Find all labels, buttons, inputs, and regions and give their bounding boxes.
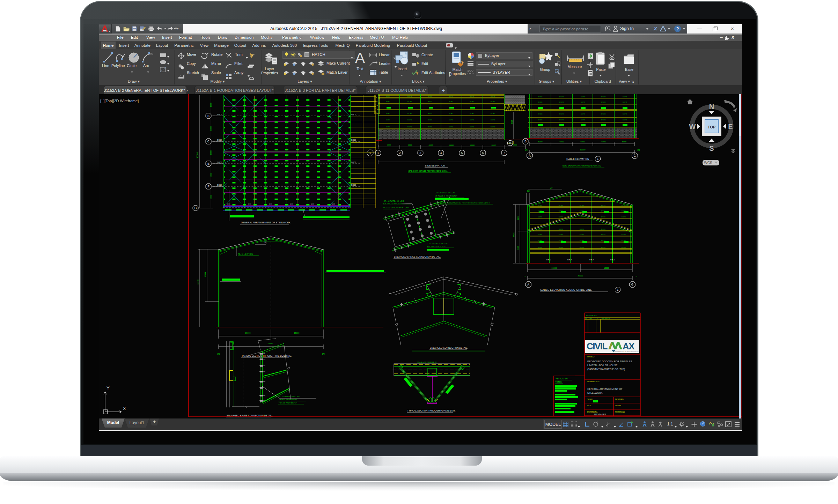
svg-text:SCALE: SCALE: [587, 399, 593, 400]
svg-text:B/CR3: B/CR3: [559, 101, 564, 103]
svg-text:B/CR1: B/CR1: [449, 95, 453, 97]
svg-text:B/CR1: B/CR1: [386, 119, 390, 121]
svg-text:B/CR1: B/CR1: [386, 113, 390, 114]
svg-text:4 HOLES 22-DIA Ø 70 c/c: 4 HOLES 22-DIA Ø 70 c/c: [383, 203, 402, 205]
svg-text:B/CR1: B/CR1: [449, 113, 453, 114]
svg-text:(TANGANYIKA WATTLE CO. TLD): (TANGANYIKA WATTLE CO. TLD): [587, 368, 625, 371]
svg-text:B/CR1: B/CR1: [449, 119, 453, 121]
svg-text:2: 2: [399, 151, 400, 155]
svg-text:B/CR3: B/CR3: [601, 113, 606, 115]
svg-text:B/CR1: B/CR1: [449, 126, 453, 128]
svg-text:B/CR3: B/CR3: [601, 119, 606, 121]
svg-text:DRAWING No.: DRAWING No.: [587, 411, 598, 413]
svg-text:B/CR3: B/CR3: [601, 234, 606, 236]
svg-text:B/CR3: B/CR3: [538, 228, 542, 230]
svg-text:B/C3: B/C3: [227, 203, 230, 205]
svg-text:30000: 30000: [580, 149, 585, 151]
svg-text:1: 1: [369, 151, 371, 155]
svg-text:8600: 8600: [517, 246, 519, 250]
svg-text:557 x 12 PLATE x 700 LONG: 557 x 12 PLATE x 700 LONG: [279, 396, 300, 398]
svg-text:B/CR1: B/CR1: [407, 126, 412, 128]
svg-text:75 x 50 x 6 CT NOW.: 75 x 50 x 6 CT NOW.: [238, 253, 253, 255]
svg-text:15000: 15000: [604, 267, 609, 269]
svg-text:G: G: [194, 206, 197, 210]
svg-text:REVISIONS: REVISIONS: [586, 314, 597, 317]
svg-text:170: 170: [634, 276, 637, 277]
svg-text:B/BC4: B/BC4: [567, 259, 572, 261]
svg-text:270 x 8 PLATE x 530 LONG: 270 x 8 PLATE x 530 LONG: [435, 192, 456, 194]
svg-text:ENGINEER'S KNOWLEDGE BASE: ENGINEER'S KNOWLEDGE BASE: [613, 351, 639, 353]
svg-text:B/C3: B/C3: [290, 203, 293, 205]
svg-text:15000: 15000: [294, 332, 299, 334]
svg-text:(ONE WELDED ON BEAM MARK 1 & T: (ONE WELDED ON BEAM MARK 1 & THE OTHER B…: [435, 202, 490, 204]
svg-text:B/CR3: B/CR3: [580, 228, 584, 230]
svg-text:B/CR1: B/CR1: [491, 119, 495, 121]
svg-text:170: 170: [322, 353, 325, 355]
svg-text:6000: 6000: [559, 141, 564, 143]
svg-text:PROJECT: PROJECT: [587, 356, 595, 358]
svg-text:GENERAL ARRANGEMENT OF STEE: GENERAL ARRANGEMENT OF STEELWORK.: [241, 221, 291, 224]
svg-text:36000: 36000: [438, 158, 443, 161]
svg-text:LIMITED - BOILER HOUSE: LIMITED - BOILER HOUSE: [587, 364, 618, 366]
svg-text:CIVIL: CIVIL: [587, 341, 608, 351]
svg-text:B/CR3: B/CR3: [622, 246, 626, 248]
svg-text:B/BC2: B/BC2: [351, 114, 356, 116]
svg-text:30000: 30000: [578, 275, 583, 277]
svg-text:B/CR3: B/CR3: [538, 119, 543, 121]
svg-text:B/CR3: B/CR3: [601, 205, 606, 206]
svg-text:15000: 15000: [245, 332, 250, 334]
svg-text:TOP: TOP: [708, 125, 715, 129]
svg-text:50 x 46 x 16 ZED PURLIN: 50 x 46 x 16 ZED PURLIN: [417, 362, 437, 363]
svg-text:4-BOLTS 22-DIA Ø 70 c/c: 4-BOLTS 22-DIA Ø 70 c/c: [427, 246, 446, 247]
svg-text:[−][Top][2D Wireframe]: [−][Top][2D Wireframe]: [100, 99, 139, 103]
svg-text:B/CR1: B/CR1: [470, 113, 474, 114]
svg-text:B/CR3: B/CR3: [559, 210, 563, 212]
svg-text:B/CR3: B/CR3: [622, 210, 626, 212]
svg-text:6000: 6000: [428, 144, 433, 146]
svg-text:B/CR3: B/CR3: [622, 240, 626, 242]
svg-text:B/BC2: B/BC2: [351, 139, 356, 141]
svg-text:B/CR3: B/CR3: [623, 96, 627, 98]
svg-text:WELDED ON BEAM MARK 1 ONLY.: WELDED ON BEAM MARK 1 ONLY.: [383, 207, 410, 209]
svg-text:127 x 10 PLATE x 600 LONG: 127 x 10 PLATE x 600 LONG: [427, 243, 448, 245]
svg-text:ENLARGED CONNECTION DETAIL.: ENLARGED CONNECTION DETAIL.: [430, 347, 468, 349]
svg-text:W: W: [689, 123, 696, 131]
svg-text:7: 7: [503, 151, 505, 155]
svg-text:6000: 6000: [449, 144, 454, 146]
svg-text:B/CR1: B/CR1: [470, 119, 474, 121]
svg-text:B/CR3: B/CR3: [559, 205, 563, 206]
svg-text:B/CR1: B/CR1: [407, 119, 412, 121]
svg-text:B/CR3: B/CR3: [538, 101, 543, 103]
svg-text:E: E: [728, 123, 733, 131]
svg-text:G: G: [633, 154, 636, 157]
svg-text:B/CR3: B/CR3: [601, 210, 606, 212]
svg-text:F: F: [207, 185, 210, 188]
svg-text:B/CR3: B/CR3: [601, 216, 606, 218]
svg-text:B/CR1: B/CR1: [407, 113, 412, 114]
svg-text:B/CR3: B/CR3: [581, 113, 585, 115]
svg-text:DESCRIPTION: DESCRIPTION: [602, 318, 610, 319]
svg-text:B/CR3: B/CR3: [538, 205, 542, 206]
svg-text:B/CR1: B/CR1: [470, 95, 474, 97]
svg-text:B/CR3: B/CR3: [580, 210, 584, 212]
svg-text:B/CR1: B/CR1: [491, 101, 495, 102]
svg-text:GENERAL ARRANGEMENT OF: GENERAL ARRANGEMENT OF: [587, 388, 623, 390]
svg-text:B/CR3: B/CR3: [538, 113, 543, 115]
svg-text:6000: 6000: [580, 141, 585, 143]
svg-text:A: A: [529, 154, 531, 157]
svg-text:B/CR1: B/CR1: [470, 126, 474, 128]
svg-text:ENLARGED SPLICE CONNECTION D: ENLARGED SPLICE CONNECTION DETAIL.: [394, 255, 441, 258]
svg-text:E: E: [207, 162, 210, 165]
svg-text:B/CR3: B/CR3: [622, 205, 626, 206]
svg-text:B/CR1: B/CR1: [428, 126, 433, 128]
svg-text:DATE: DATE: [587, 405, 591, 407]
svg-text:B/CR3: B/CR3: [580, 205, 584, 206]
svg-text:BY: BY: [597, 318, 598, 319]
svg-text:B/CR3: B/CR3: [601, 240, 606, 242]
svg-text:B/CR3: B/CR3: [623, 101, 627, 103]
svg-text:B/CR3: B/CR3: [601, 246, 606, 248]
svg-text:B/CR3: B/CR3: [538, 210, 542, 212]
svg-text:DESIGNED: DESIGNED: [615, 399, 624, 400]
svg-text:B/C3: B/C3: [311, 203, 314, 205]
svg-text:B/CR1: B/CR1: [386, 126, 390, 128]
